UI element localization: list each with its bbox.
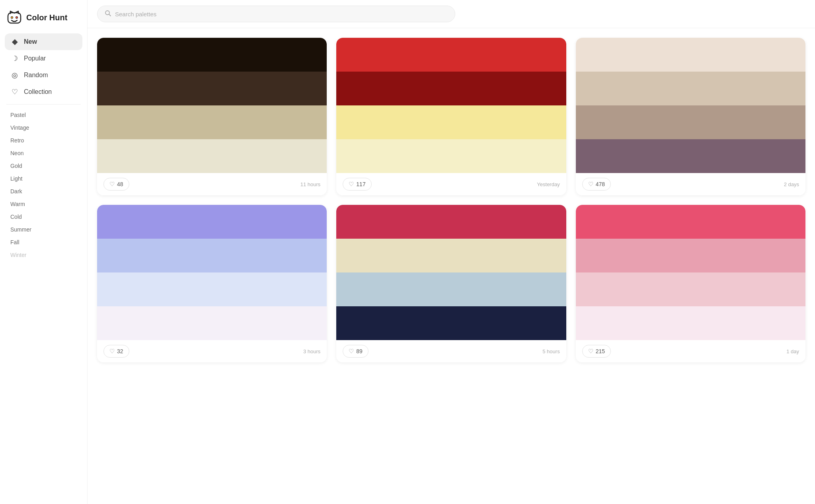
- palette-footer: ♡323 hours: [97, 340, 327, 362]
- heart-icon: ♡: [109, 348, 115, 355]
- palette-grid: ♡4811 hours♡117Yesterday♡4782 days♡323 h…: [97, 38, 805, 362]
- search-icon: [105, 10, 111, 18]
- nav-list: ◆New☽Popular◎Random♡Collection: [5, 33, 82, 100]
- like-button[interactable]: ♡478: [582, 178, 611, 191]
- palette-swatches: [576, 38, 805, 173]
- tag-dark[interactable]: Dark: [5, 185, 82, 198]
- like-button[interactable]: ♡32: [103, 345, 129, 358]
- sidebar-item-label: Collection: [24, 88, 52, 95]
- tag-gold[interactable]: Gold: [5, 160, 82, 172]
- palette-card: ♡4782 days: [576, 38, 805, 195]
- color-swatch: [576, 239, 805, 272]
- color-swatch: [576, 205, 805, 239]
- tag-pastel[interactable]: Pastel: [5, 109, 82, 121]
- palette-card: ♡323 hours: [97, 205, 327, 362]
- sidebar-item-random[interactable]: ◎Random: [5, 67, 82, 84]
- like-count: 32: [117, 348, 123, 354]
- color-swatch: [97, 38, 327, 72]
- tag-winter[interactable]: Winter: [5, 249, 82, 261]
- like-count: 478: [596, 181, 605, 187]
- time-label: 11 hours: [300, 181, 321, 187]
- like-button[interactable]: ♡89: [343, 345, 369, 358]
- color-swatch: [576, 72, 805, 105]
- palette-card: ♡4811 hours: [97, 38, 327, 195]
- like-button[interactable]: ♡117: [343, 178, 371, 191]
- color-swatch: [97, 306, 327, 340]
- palette-footer: ♡2151 day: [576, 340, 805, 362]
- color-swatch: [336, 306, 566, 340]
- sidebar-item-new[interactable]: ◆New: [5, 33, 82, 50]
- like-count: 89: [356, 348, 363, 354]
- color-swatch: [576, 139, 805, 173]
- color-swatch: [576, 105, 805, 139]
- sidebar-item-collection[interactable]: ♡Collection: [5, 84, 82, 100]
- color-swatch: [97, 239, 327, 272]
- color-swatch: [576, 306, 805, 340]
- logo-icon: [6, 10, 22, 25]
- time-label: 3 hours: [303, 348, 320, 354]
- palette-card: ♡2151 day: [576, 205, 805, 362]
- random-icon: ◎: [10, 71, 19, 80]
- tag-vintage[interactable]: Vintage: [5, 121, 82, 134]
- palette-swatches: [576, 205, 805, 340]
- time-label: 1 day: [786, 348, 799, 354]
- color-swatch: [336, 105, 566, 139]
- tag-retro[interactable]: Retro: [5, 134, 82, 147]
- color-swatch: [97, 205, 327, 239]
- like-count: 215: [596, 348, 605, 354]
- logo-area[interactable]: Color Hunt: [5, 6, 82, 33]
- like-count: 48: [117, 181, 123, 187]
- main-content: ♡4811 hours♡117Yesterday♡4782 days♡323 h…: [88, 0, 815, 504]
- like-button[interactable]: ♡48: [103, 178, 129, 191]
- popular-icon: ☽: [10, 54, 19, 63]
- tag-warm[interactable]: Warm: [5, 198, 82, 210]
- svg-point-4: [16, 17, 18, 18]
- time-label: 5 hours: [542, 348, 560, 354]
- search-input[interactable]: [115, 11, 448, 18]
- palette-footer: ♡895 hours: [336, 340, 566, 362]
- color-swatch: [336, 205, 566, 239]
- sidebar: Color Hunt ◆New☽Popular◎Random♡Collectio…: [0, 0, 88, 504]
- sidebar-item-label: Random: [24, 72, 48, 79]
- palette-swatches: [97, 38, 327, 173]
- like-button[interactable]: ♡215: [582, 345, 611, 358]
- sidebar-item-label: New: [24, 38, 37, 45]
- tag-fall[interactable]: Fall: [5, 236, 82, 249]
- color-swatch: [336, 272, 566, 306]
- tag-light[interactable]: Light: [5, 172, 82, 185]
- search-bar[interactable]: [97, 6, 455, 22]
- color-swatch: [576, 272, 805, 306]
- heart-icon: ♡: [109, 181, 115, 188]
- tag-summer[interactable]: Summer: [5, 223, 82, 236]
- new-icon: ◆: [10, 37, 19, 46]
- time-label: 2 days: [784, 181, 799, 187]
- heart-icon: ♡: [349, 181, 354, 188]
- palette-swatches: [336, 205, 566, 340]
- tag-neon[interactable]: Neon: [5, 147, 82, 160]
- palette-footer: ♡117Yesterday: [336, 173, 566, 195]
- color-swatch: [576, 38, 805, 72]
- header: [88, 0, 815, 28]
- nav-divider: [6, 104, 81, 105]
- tag-list: PastelVintageRetroNeonGoldLightDarkWarmC…: [5, 109, 82, 261]
- color-swatch: [336, 38, 566, 72]
- sidebar-item-label: Popular: [24, 55, 46, 62]
- palette-footer: ♡4811 hours: [97, 173, 327, 195]
- color-swatch: [97, 139, 327, 173]
- tag-cold[interactable]: Cold: [5, 210, 82, 223]
- collection-icon: ♡: [10, 88, 19, 96]
- palette-card: ♡895 hours: [336, 205, 566, 362]
- palette-card: ♡117Yesterday: [336, 38, 566, 195]
- color-swatch: [336, 72, 566, 105]
- heart-icon: ♡: [588, 348, 593, 355]
- palette-footer: ♡4782 days: [576, 173, 805, 195]
- palette-swatches: [336, 38, 566, 173]
- svg-point-3: [11, 17, 13, 18]
- color-swatch: [97, 72, 327, 105]
- sidebar-item-popular[interactable]: ☽Popular: [5, 50, 82, 67]
- heart-icon: ♡: [349, 348, 354, 355]
- heart-icon: ♡: [588, 181, 593, 188]
- svg-line-6: [109, 14, 111, 16]
- color-swatch: [336, 139, 566, 173]
- like-count: 117: [356, 181, 365, 187]
